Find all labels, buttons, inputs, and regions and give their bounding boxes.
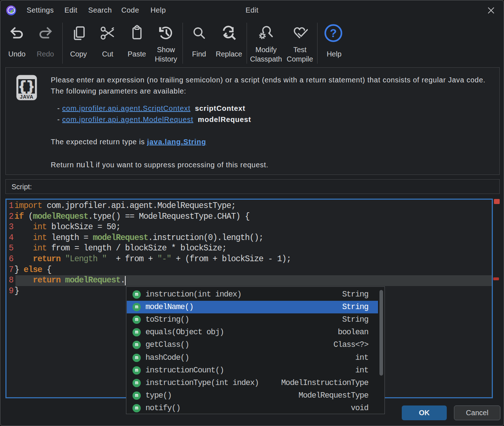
svg-text:JAVA: JAVA: [20, 94, 33, 100]
svg-text:?: ?: [330, 27, 337, 40]
svg-text:{}: {}: [19, 80, 35, 94]
